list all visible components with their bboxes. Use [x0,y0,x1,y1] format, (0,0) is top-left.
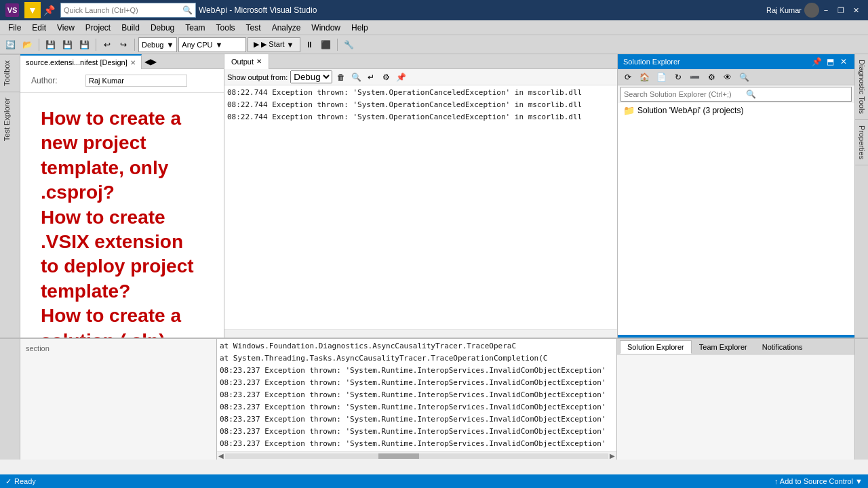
se-title: Solution Explorer [623,58,808,66]
solution-item[interactable]: 📁 Solution 'WebApi' (3 projects) [618,103,854,118]
stop-btn[interactable]: ⬛ [318,37,334,52]
output-clear-btn[interactable]: 🗑 [335,71,347,83]
output-pin-btn[interactable]: 📌 [395,71,407,83]
menu-team[interactable]: Team [180,20,210,35]
window-title: WebApi - Microsoft Visual Studio [199,5,766,15]
output-tab-label: Output [231,58,254,66]
platform-dropdown[interactable]: Any CPU ▼ [178,37,246,52]
scroll-track[interactable] [225,453,608,459]
se-float-btn[interactable]: ⬒ [825,56,835,67]
se-search-box[interactable]: 🔍 [620,87,852,102]
menu-tools[interactable]: Tools [211,20,241,35]
menu-view[interactable]: View [52,20,80,35]
menu-test[interactable]: Test [241,20,267,35]
minimize-button[interactable]: − [819,3,833,17]
bottom-scrollbar[interactable]: ◀ ▶ [217,451,616,460]
filter-icon[interactable]: ▼ [24,2,41,18]
save-file-btn[interactable]: 💾 [77,37,92,52]
se-search-input[interactable] [624,90,746,98]
add-source-control[interactable]: ↑ Add to Source Control ▼ [774,477,863,485]
output-filter-btn[interactable]: ⚙ [380,71,392,83]
se-sync-btn[interactable]: ⟳ [620,70,635,85]
start-button[interactable]: ▶ ▶ Start ▼ [248,37,300,52]
se-collapse-btn[interactable]: ➖ [687,70,703,85]
editor-tabs: source.extensi...nifest [Design] ✕ ◀ ▶ [20,54,224,69]
menu-help[interactable]: Help [346,20,374,35]
design-tab-close[interactable]: ✕ [130,59,136,66]
open-btn[interactable]: 📂 [20,37,35,52]
output-source-label: Show output from: [227,73,288,81]
attach-btn[interactable]: 🔧 [341,37,357,52]
output-source-select[interactable]: Debug [290,70,332,83]
undo-btn[interactable]: ↩ [100,37,115,52]
se-search-icon: 🔍 [746,89,756,99]
bottom-line-5: 08:23.237 Exception thrown: 'System.Runt… [220,401,614,413]
bottom-line-1: at System.Threading.Tasks.AsyncCausality… [220,352,614,365]
top-section: Toolbox Test Explorer source.extensi...n… [0,54,868,338]
output-tab-close[interactable]: ✕ [256,58,262,65]
se-filter-btn[interactable]: 🔍 [736,70,752,85]
toolbar: 🔄 📂 💾 💾 💾 ↩ ↪ Debug ▼ Any CPU ▼ ▶ ▶ Star… [0,35,868,54]
restore-button[interactable]: ❐ [834,3,848,17]
scroll-right-arrow[interactable]: ▶ [608,452,616,460]
solution-explorer-panel: Solution Explorer 📌 ⬒ ✕ ⟳ 🏠 📄 ↻ ➖ ⚙ 👁 🔍 [617,54,854,338]
output-tabs: Output ✕ [224,54,617,69]
design-tab[interactable]: source.extensi...nifest [Design] ✕ [20,54,142,69]
debug-config-dropdown[interactable]: Debug ▼ [138,37,177,52]
redo-btn[interactable]: ↪ [116,37,131,52]
close-button[interactable]: ✕ [849,3,863,17]
se-properties-btn[interactable]: ⚙ [704,70,719,85]
se-home-btn[interactable]: 🏠 [637,70,652,85]
bottom-line-6: 08:23.237 Exception thrown: 'System.Runt… [220,413,614,426]
output-vscrollbar[interactable] [224,329,617,338]
menu-build[interactable]: Build [116,20,145,35]
output-find-btn[interactable]: 🔍 [350,71,362,83]
new-project-btn[interactable]: 🔄 [3,37,18,52]
output-content: 08:22.744 Exception thrown: 'System.Oper… [224,85,617,329]
bottom-line-0: at Windows.Foundation.Diagnostics.AsyncC… [220,340,614,352]
menu-analyze[interactable]: Analyze [267,20,307,35]
output-wrap-btn[interactable]: ↵ [365,71,377,83]
quick-launch-search-icon: 🔍 [182,5,193,15]
bottom-section-label: section [26,344,50,352]
author-input[interactable] [85,75,187,87]
output-tab[interactable]: Output ✕ [224,54,269,69]
bottom-line-8: 08:23.237 Exception thrown: 'System.Runt… [220,438,614,450]
se-refresh-btn[interactable]: ↻ [671,70,686,85]
question-2: How to create .VSIX extension to deploy … [41,205,203,304]
se-tab-solution[interactable]: Solution Explorer [620,340,692,354]
save-all-btn[interactable]: 💾 [60,37,75,52]
toolbox-tab[interactable]: Toolbox [0,54,20,92]
se-tab-team[interactable]: Team Explorer [692,340,755,354]
tab-arrows[interactable]: ◀ ▶ [142,54,159,68]
diagnostic-tools-tab[interactable]: Diagnostic Tools [855,54,868,120]
bottom-line-7: 08:23.237 Exception thrown: 'System.Runt… [220,426,614,438]
properties-tab[interactable]: Properties [855,120,868,165]
right-tabs: Diagnostic Tools Properties [854,54,868,338]
scroll-thumb[interactable] [378,453,419,459]
menu-edit[interactable]: Edit [26,20,52,35]
se-show-files-btn[interactable]: 📄 [654,70,669,85]
se-tab-notifications[interactable]: Notifications [755,340,810,354]
pause-btn[interactable]: ⏸ [302,37,317,52]
content-wrapper: Toolbox Test Explorer source.extensi...n… [0,54,868,474]
save-btn[interactable]: 💾 [43,37,58,52]
se-pin-btn[interactable]: 📌 [811,56,822,67]
question-1: How to create a new project template, on… [41,106,203,205]
scroll-left-arrow[interactable]: ◀ [217,452,225,460]
menu-window[interactable]: Window [306,20,346,35]
bottom-line-2: 08:23.237 Exception thrown: 'System.Runt… [220,365,614,377]
menu-file[interactable]: File [3,20,26,35]
quick-launch-input[interactable] [64,6,182,14]
output-panel: Output ✕ Show output from: Debug 🗑 🔍 ↵ ⚙… [224,54,617,338]
status-bar: ✓ Ready ↑ Add to Source Control ▼ [0,474,868,488]
menu-debug[interactable]: Debug [145,20,180,35]
test-explorer-tab[interactable]: Test Explorer [0,92,20,146]
se-preview-btn[interactable]: 👁 [720,70,735,85]
pin-icon[interactable]: 📌 [43,5,55,16]
quick-launch-box[interactable]: 🔍 [60,3,196,18]
se-close-btn[interactable]: ✕ [838,56,849,67]
bottom-line-4: 08:23.237 Exception thrown: 'System.Runt… [220,389,614,401]
menu-project[interactable]: Project [80,20,116,35]
user-area: Raj Kumar [766,3,819,18]
